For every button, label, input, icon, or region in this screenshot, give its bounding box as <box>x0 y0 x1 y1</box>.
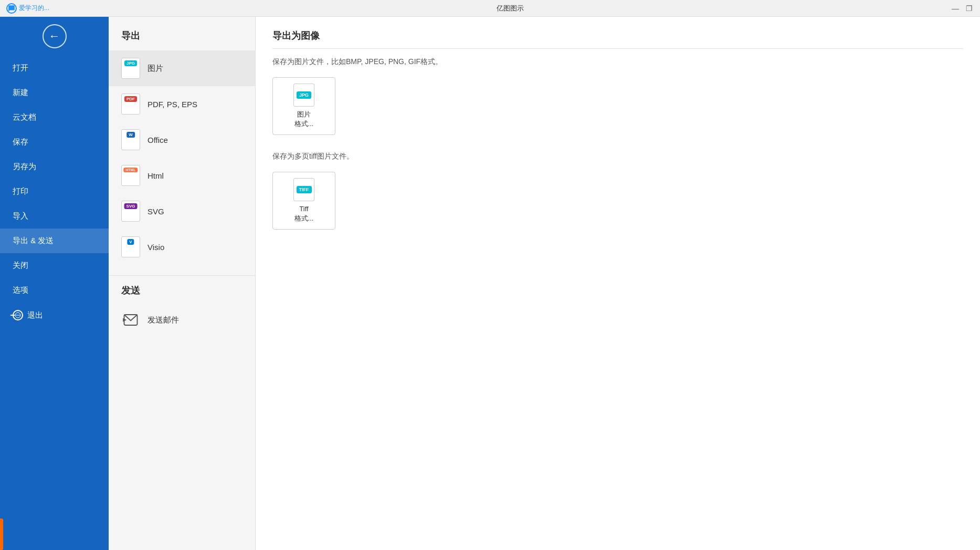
export-item-image[interactable]: JPG 图片 <box>109 50 255 86</box>
export-item-pdf[interactable]: PDF PDF, PS, EPS <box>109 86 255 122</box>
sidebar-item-options[interactable]: 选项 <box>0 278 109 303</box>
sidebar-nav: 打开 新建 云文档 保存 另存为 打印 导入 导出 & 发送 <box>0 54 109 330</box>
image-format-cards: JPG 图片 格式... <box>272 77 963 135</box>
export-item-visio[interactable]: V Visio <box>109 229 255 265</box>
jpg-format-card[interactable]: JPG 图片 格式... <box>272 77 335 135</box>
export-item-office[interactable]: W Office <box>109 122 255 158</box>
sidebar-item-exit[interactable]: 退出 <box>0 303 109 328</box>
tiff-card-icon: TIFF <box>293 178 314 201</box>
sidebar-item-save[interactable]: 保存 <box>0 130 109 154</box>
sidebar-item-export[interactable]: 导出 & 发送 <box>0 229 109 253</box>
tiff-format-cards: TIFF Tiff 格式... <box>272 172 963 230</box>
user-area[interactable]: 爱学习的... <box>6 3 49 14</box>
section2-desc: 保存为多页tiff图片文件。 <box>272 152 963 161</box>
content-panel: 导出为图像 保存为图片文件，比如BMP, JPEG, PNG, GIF格式。 J… <box>256 17 980 550</box>
send-section-title: 发送 <box>109 284 255 303</box>
back-circle-icon: ← <box>43 24 67 48</box>
html-file-icon: HTML <box>121 165 140 186</box>
export-item-svg[interactable]: SVG SVG <box>109 193 255 229</box>
send-section: 发送 发送邮件 <box>109 275 255 337</box>
app-title: 亿图图示 <box>69 4 951 13</box>
section1-desc: 保存为图片文件，比如BMP, JPEG, PNG, GIF格式。 <box>272 57 963 67</box>
minimize-button[interactable]: — <box>951 4 960 13</box>
user-label: 爱学习的... <box>19 4 49 13</box>
svg-file-icon: SVG <box>121 201 140 222</box>
sidebar-item-print[interactable]: 打印 <box>0 179 109 204</box>
window-controls: — ❐ <box>951 4 974 13</box>
image-file-icon: JPG <box>121 58 140 79</box>
user-icon <box>6 3 17 14</box>
tiff-card-label: Tiff 格式... <box>294 204 314 223</box>
office-file-icon: W <box>121 129 140 150</box>
sidebar-item-cloud[interactable]: 云文档 <box>0 105 109 130</box>
jpg-card-icon: JPG <box>293 84 314 107</box>
send-email-item[interactable]: 发送邮件 <box>109 303 255 337</box>
sidebar-bottom-hint <box>0 518 3 550</box>
export-item-html[interactable]: HTML Html <box>109 158 255 193</box>
sidebar: ← 打开 新建 云文档 保存 另存为 打印 导入 <box>0 17 109 550</box>
pdf-file-icon: PDF <box>121 94 140 115</box>
visio-file-icon: V <box>121 236 140 257</box>
tiff-format-card[interactable]: TIFF Tiff 格式... <box>272 172 335 230</box>
back-button[interactable]: ← <box>41 23 68 49</box>
sidebar-item-close[interactable]: 关闭 <box>0 253 109 278</box>
main-layout: ← 打开 新建 云文档 保存 另存为 打印 导入 <box>0 17 980 550</box>
title-bar: 爱学习的... 亿图图示 — ❐ <box>0 0 980 17</box>
sidebar-item-new[interactable]: 新建 <box>0 80 109 105</box>
content-header: 导出为图像 <box>272 29 963 49</box>
email-icon <box>121 310 140 329</box>
jpg-card-label: 图片 格式... <box>294 110 314 129</box>
export-section-title: 导出 <box>109 25 255 50</box>
exit-icon <box>13 310 23 320</box>
sidebar-item-open[interactable]: 打开 <box>0 56 109 80</box>
restore-button[interactable]: ❐ <box>964 4 974 13</box>
middle-panel: 导出 JPG 图片 PDF PDF, PS, EPS W <box>109 17 256 550</box>
sidebar-item-import[interactable]: 导入 <box>0 204 109 229</box>
sidebar-item-saveas[interactable]: 另存为 <box>0 154 109 179</box>
